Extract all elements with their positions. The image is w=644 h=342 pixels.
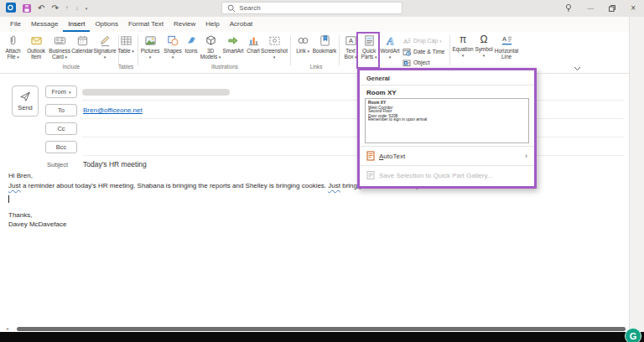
menu-divider xyxy=(360,165,534,166)
quick-parts-dropdown: General Room XY Room XY West Corridor Se… xyxy=(357,68,537,189)
attach-file-button[interactable]: Attach File ▾ xyxy=(2,34,24,60)
search-input[interactable] xyxy=(239,4,397,12)
move-down-button[interactable]: ↓ xyxy=(75,5,79,12)
business-card-icon xyxy=(54,34,66,47)
autotext-icon xyxy=(366,151,375,161)
horizontal-scrollbar[interactable] xyxy=(17,327,626,331)
shapes-icon xyxy=(167,34,179,47)
restore-button[interactable] xyxy=(608,1,616,16)
horizontal-line-button[interactable]: A Horizontal Line xyxy=(494,34,519,60)
close-button[interactable]: × xyxy=(631,4,636,13)
bookmark-icon xyxy=(319,34,331,47)
text-box-icon: A xyxy=(345,34,357,47)
grammarly-icon[interactable]: G xyxy=(625,328,641,342)
signature-button[interactable]: Signature ▾ xyxy=(93,34,117,60)
to-button[interactable]: To xyxy=(45,104,77,117)
bookmark-button[interactable]: Bookmark xyxy=(312,34,337,54)
customize-toolbar-caret[interactable]: ▾ xyxy=(86,7,88,11)
pictures-button[interactable]: Pictures ▾ xyxy=(139,34,161,60)
text-cursor xyxy=(8,195,9,203)
shapes-button[interactable]: Shapes ▾ xyxy=(163,34,183,60)
search-bar[interactable] xyxy=(221,2,402,14)
tab-insert[interactable]: Insert xyxy=(63,18,90,32)
autotext-menu-item[interactable]: AutoText › xyxy=(360,148,534,164)
smartart-button[interactable]: SmartArt xyxy=(221,34,245,54)
include-group-label: Include xyxy=(50,64,92,70)
calendar-icon xyxy=(76,34,89,47)
svg-text:A: A xyxy=(349,37,353,44)
link-icon xyxy=(297,34,309,47)
svg-text:A: A xyxy=(386,35,393,47)
lightbulb-icon[interactable] xyxy=(564,1,573,16)
quick-parts-highlight-box xyxy=(356,32,380,69)
object-button[interactable]: Object xyxy=(402,58,430,67)
gallery-entry-title: Room XY xyxy=(360,86,534,98)
equation-button[interactable]: π Equation ▾ xyxy=(452,34,474,59)
object-icon xyxy=(402,59,411,67)
paperclip-icon xyxy=(7,34,19,47)
wordart-button[interactable]: A WordArt ▾ xyxy=(379,34,401,60)
chevron-down-icon: ▾ xyxy=(69,90,71,95)
pi-icon: π xyxy=(460,34,466,45)
table-icon xyxy=(120,34,132,47)
menu-divider xyxy=(360,146,534,147)
email-closing: Thanks, xyxy=(8,211,32,219)
scroll-left-arrow[interactable]: ◂ xyxy=(6,325,8,331)
from-button[interactable]: From▾ xyxy=(45,86,77,98)
envelope-icon xyxy=(30,34,43,47)
chart-button[interactable]: Chart xyxy=(245,34,262,54)
calendar-button[interactable]: Calendar xyxy=(71,34,93,54)
subject-label: Subject xyxy=(47,161,68,168)
horizontal-line-icon: A xyxy=(501,34,513,47)
save-icon[interactable] xyxy=(23,1,31,16)
tab-review[interactable]: Review xyxy=(169,18,200,32)
search-icon xyxy=(227,4,235,13)
tables-group-label: Tables xyxy=(106,64,146,70)
menu-divider xyxy=(360,85,534,86)
screenshot-button[interactable]: Screenshot ▾ xyxy=(262,34,287,60)
to-recipient-link[interactable]: Bren@officeone.net xyxy=(83,106,143,114)
redo-button[interactable]: ↷ xyxy=(51,4,58,13)
symbol-button[interactable]: Ω Symbol ▾ xyxy=(475,34,493,59)
tab-help[interactable]: Help xyxy=(200,18,224,32)
grammar-flagged-word: Just xyxy=(328,182,340,189)
business-card-button[interactable]: Business Card ▾ xyxy=(48,34,71,60)
link-button[interactable]: Link ▾ xyxy=(293,34,312,54)
tab-format-text[interactable]: Format Text xyxy=(123,18,169,32)
ribbon: Attach File ▾ Outlook Item Business Card… xyxy=(0,32,629,73)
svg-text:A: A xyxy=(501,35,506,43)
tab-options[interactable]: Options xyxy=(90,18,123,32)
tab-file[interactable]: File xyxy=(5,18,26,32)
drop-cap-button: A Drop Cap ▾ xyxy=(402,36,442,45)
smartart-icon xyxy=(227,34,240,47)
outlook-item-button[interactable]: Outlook Item xyxy=(24,34,48,60)
send-button[interactable]: Send xyxy=(12,86,39,117)
table-button[interactable]: Table ▾ xyxy=(116,34,136,54)
move-up-button[interactable]: ↑ xyxy=(65,5,69,12)
tab-acrobat[interactable]: Acrobat xyxy=(225,18,258,32)
window-controls: — × xyxy=(564,0,644,17)
icons-button[interactable]: Icons xyxy=(183,34,200,54)
undo-button[interactable]: ↶ xyxy=(38,4,44,13)
quick-parts-gallery-entry[interactable]: Room XY Room XY West Corridor Second Flo… xyxy=(360,86,534,143)
date-time-button[interactable]: Date & Time xyxy=(402,47,444,56)
bcc-button[interactable]: Bcc xyxy=(45,141,77,153)
outlook-logo-icon xyxy=(6,1,16,16)
chevron-right-icon: › xyxy=(525,153,527,160)
email-greeting: Hi Bren, xyxy=(8,172,33,179)
subject-value[interactable]: Today's HR meeting xyxy=(83,160,147,168)
titlebar: ↶ ↷ ↑ ↓ ▾ — × xyxy=(0,0,644,17)
date-time-icon xyxy=(402,48,411,56)
grammar-flagged-word: Just xyxy=(8,182,21,189)
3d-models-button[interactable]: 3D Models ▾ xyxy=(200,34,221,60)
omega-icon: Ω xyxy=(480,34,488,45)
cc-button[interactable]: Cc xyxy=(45,122,77,135)
bottom-black-bar xyxy=(0,332,644,342)
pen-icon xyxy=(99,34,112,47)
quick-access-toolbar: ↶ ↷ ↑ ↓ ▾ xyxy=(6,0,87,17)
wordart-icon: A xyxy=(384,34,397,47)
minimize-button[interactable]: — xyxy=(587,5,594,12)
from-value-redacted xyxy=(82,89,230,96)
ribbon-tab-row: File Message Insert Options Format Text … xyxy=(0,17,634,32)
tab-message[interactable]: Message xyxy=(26,18,63,32)
